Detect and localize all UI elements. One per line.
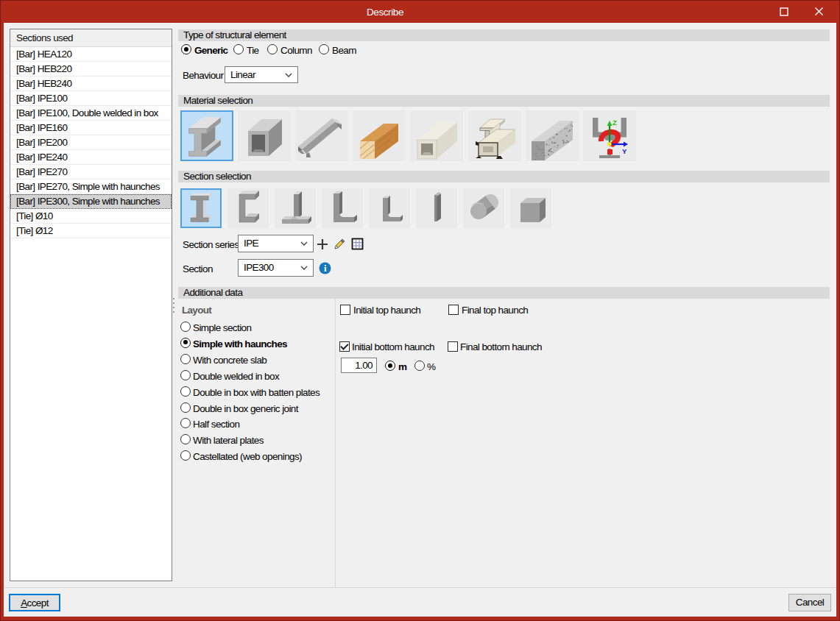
svg-text:Y: Y	[622, 147, 627, 155]
svg-text:Z: Z	[613, 118, 617, 127]
